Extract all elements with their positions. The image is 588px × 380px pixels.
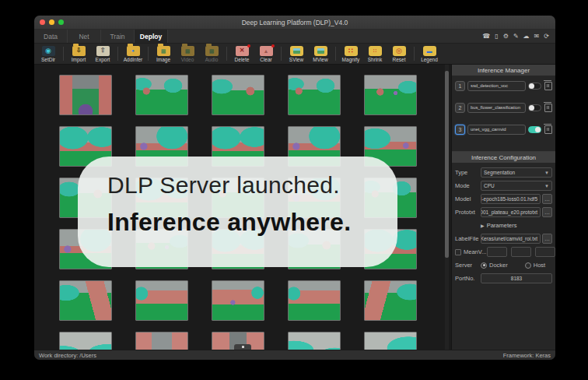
trash-icon[interactable] (544, 82, 552, 90)
toolbar-import-button[interactable]: Import (68, 46, 89, 62)
toolbar-delete-button[interactable]: Delete (231, 46, 253, 62)
toolbar-sview-button[interactable]: SView (285, 46, 307, 62)
grid-scrollbar-thumb[interactable] (445, 71, 449, 258)
inference-item-index-badge[interactable]: 2 (455, 103, 465, 113)
model-path-field[interactable]: st_pil-epoch185-loss0.01.hdf5 (481, 194, 541, 204)
tabbar-spacer (168, 30, 482, 43)
device-icon[interactable]: ▯ (495, 33, 498, 40)
segmentation-thumbnail[interactable] (135, 332, 188, 350)
toolbar-item-label: Delete (235, 57, 250, 62)
inference-item-toggle[interactable] (528, 104, 541, 111)
prototxt-browse-button[interactable]: … (542, 207, 552, 217)
inference-manager-header: Inference Manager (452, 65, 555, 76)
gear-icon[interactable]: ⚙ (503, 33, 509, 40)
toolbar-separator (148, 47, 149, 61)
toolbar-shrink-button[interactable]: Shrink (364, 46, 386, 62)
mail-icon[interactable]: ✉ (534, 33, 540, 40)
segmentation-thumbnail[interactable] (59, 280, 112, 321)
parameters-expander[interactable]: ▶ Parameters (455, 220, 552, 230)
model-path-value: st_pil-epoch185-loss0.01.hdf5 (481, 196, 537, 202)
toolbar-image-button[interactable]: Image (152, 46, 174, 62)
tab-deploy[interactable]: Deploy (135, 30, 168, 43)
labelfile-browse-button[interactable]: … (542, 234, 552, 244)
inference-item-row: 1ssd_detection_voc (455, 79, 552, 92)
status-bar: Work directory: /Users Framework: Keras (34, 350, 555, 360)
clear-icon (260, 46, 273, 56)
reset-icon (393, 46, 406, 56)
inference-item-index-badge[interactable]: 3 (455, 125, 465, 135)
prototxt-path-field[interactable]: n_lr001_plateau_e20.prototxt (481, 207, 541, 217)
grid-scroll-handle[interactable] (234, 344, 251, 350)
cloud-icon[interactable]: ☁ (523, 33, 530, 40)
title-bar: Deep Learning Platform (DLP)_V4.0 (34, 16, 555, 30)
toolbar: SetDirImportExportAddInferImageVideoAudi… (34, 44, 555, 65)
inference-configuration-header: Inference Configuration (452, 152, 555, 163)
segmentation-thumbnail[interactable] (288, 75, 341, 115)
toolbar-mview-button[interactable]: MView (310, 46, 331, 62)
phone-icon[interactable]: ☎ (482, 33, 490, 40)
tab-bar: DataNetTrainDeploy ☎▯⚙✎☁✉⟳ (34, 30, 555, 44)
grid-scrollbar[interactable] (445, 65, 449, 350)
segmentation-thumbnail[interactable] (288, 280, 341, 321)
inference-item-toggle[interactable] (528, 83, 541, 90)
meanv-label: MeanV... (464, 248, 487, 255)
toolbar-clear-button[interactable]: Clear (255, 46, 277, 62)
segmentation-thumbnail[interactable] (364, 280, 417, 321)
toolbar-export-button[interactable]: Export (92, 46, 114, 62)
server-radio-docker[interactable]: Docker (481, 262, 508, 269)
toolbar-reset-button[interactable]: Reset (388, 46, 410, 62)
tab-data[interactable]: Data (34, 30, 68, 43)
segmentation-thumbnail[interactable] (364, 332, 417, 350)
segmentation-thumbnail[interactable] (212, 75, 264, 115)
trash-icon[interactable] (544, 104, 552, 112)
segmentation-thumbnail[interactable] (135, 75, 188, 115)
delete-icon (236, 46, 249, 56)
toolbar-audio-button: Audio (201, 46, 222, 62)
toolbar-setdir-button[interactable]: SetDir (37, 46, 59, 62)
addinfer-icon (127, 46, 140, 56)
labelfile-path-field[interactable]: rain/Keras/unet/camvid_roi.txt (481, 234, 541, 244)
minimize-window-button[interactable] (49, 19, 54, 25)
toolbar-legend-button[interactable]: Legend (418, 46, 440, 62)
inference-manager-list: 1ssd_detection_voc2bus_flower_classifica… (452, 76, 555, 145)
inference-item-name-field[interactable]: ssd_detection_voc (467, 81, 526, 91)
import-icon (72, 46, 86, 56)
maximize-window-button[interactable] (58, 19, 64, 25)
meanv-checkbox[interactable] (455, 249, 461, 255)
segmentation-thumbnail[interactable] (59, 75, 112, 115)
meanv-value-field[interactable] (535, 247, 555, 257)
toolbar-item-label: Audio (205, 57, 219, 62)
toolbar-item-label: SView (289, 57, 303, 62)
setdir-icon (42, 46, 55, 56)
magnify-icon (345, 46, 358, 56)
segmentation-thumbnail[interactable] (212, 280, 264, 321)
inference-item-toggle[interactable] (528, 126, 541, 133)
edit-icon[interactable]: ✎ (513, 33, 519, 40)
type-select[interactable]: Segmentation ▼ (481, 167, 552, 178)
inference-item-index-badge[interactable]: 1 (455, 81, 465, 91)
toolbar-separator (414, 47, 415, 61)
segmentation-thumbnail[interactable] (288, 332, 341, 350)
toggle-knob (529, 83, 534, 89)
sync-icon[interactable]: ⟳ (544, 33, 549, 40)
meanv-value-field[interactable] (511, 247, 531, 257)
segmentation-thumbnail[interactable] (135, 280, 188, 321)
toolbar-addinfer-button[interactable]: AddInfer (122, 46, 144, 62)
meanv-fields (487, 247, 555, 257)
toolbar-magnify-button[interactable]: Magnify (340, 46, 362, 62)
mode-select[interactable]: CPU ▼ (481, 181, 552, 191)
server-radio-host[interactable]: Host (525, 262, 545, 269)
trash-icon[interactable] (544, 125, 552, 134)
toggle-knob (535, 127, 541, 132)
server-radio-group: DockerHost (481, 262, 552, 269)
model-browse-button[interactable]: … (542, 194, 552, 204)
segmentation-thumbnail[interactable] (59, 332, 112, 350)
inference-item-name-field[interactable]: unet_vgg_camvid (467, 125, 526, 135)
segmentation-thumbnail[interactable] (364, 75, 417, 115)
portno-field[interactable]: 8183 (481, 273, 552, 283)
inference-item-name-field[interactable]: bus_flower_classification (467, 103, 526, 113)
close-window-button[interactable] (40, 19, 45, 25)
meanv-value-field[interactable] (487, 247, 507, 257)
tab-train[interactable]: Train (101, 30, 135, 43)
tab-net[interactable]: Net (68, 30, 101, 43)
